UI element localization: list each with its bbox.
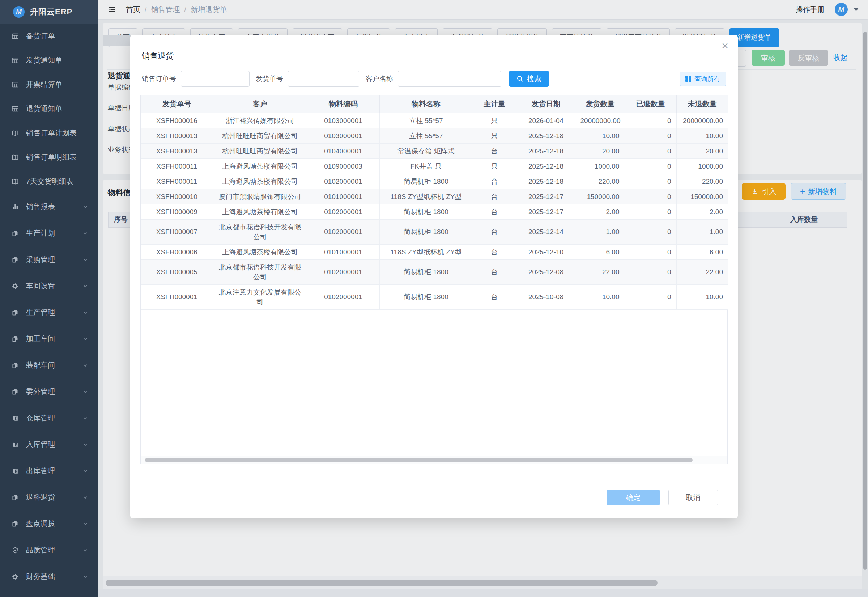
cell-0-0: XSFH000016 xyxy=(141,113,213,128)
cell-3-7: 0 xyxy=(625,159,676,174)
search-icon xyxy=(517,75,524,83)
cell-0-5: 2026-01-04 xyxy=(516,113,576,128)
cell-5-7: 0 xyxy=(625,189,676,204)
customer-name-input[interactable] xyxy=(398,71,501,87)
table-row[interactable]: XSFH000007北京都市花语科技开发有限公司0102000001简易机柜 1… xyxy=(141,219,728,244)
table-row[interactable]: XSFH000001北京注意力文化发展有限公司0102000001简易机柜 18… xyxy=(141,284,728,309)
cell-2-3: 常温保存箱 矩阵式 xyxy=(379,143,473,159)
table-row[interactable]: XSFH000013杭州旺旺旺商贸有限公司0104000001常温保存箱 矩阵式… xyxy=(141,143,728,159)
cell-1-3: 立柱 55*57 xyxy=(379,128,473,143)
cell-3-4: 只 xyxy=(473,159,516,174)
cell-6-4: 台 xyxy=(473,204,516,219)
cell-7-1: 北京都市花语科技开发有限公司 xyxy=(213,219,307,244)
table-row[interactable]: XSFH000009上海避风塘茶楼有限公司0102000001简易机柜 1800… xyxy=(141,204,728,219)
column-header-1: 客户 xyxy=(213,95,307,113)
filter-bar: 销售订单号发货单号客户名称搜索查询所有 xyxy=(142,71,726,87)
cell-8-8: 6.00 xyxy=(676,244,728,260)
cell-9-1: 北京都市花语科技开发有限公司 xyxy=(213,260,307,284)
cell-2-8: 20.00 xyxy=(676,143,728,159)
column-header-5: 发货日期 xyxy=(516,95,576,113)
table-row[interactable]: XSFH000005北京都市花语科技开发有限公司0102000001简易机柜 1… xyxy=(141,260,728,284)
table-row[interactable]: XSFH000006上海避风塘茶楼有限公司0101000001118S ZY型纸… xyxy=(141,244,728,260)
column-header-2: 物料编码 xyxy=(307,95,379,113)
cell-10-3: 简易机柜 1800 xyxy=(379,284,473,309)
cell-5-1: 厦门市黑眼睛服饰有限公司 xyxy=(213,189,307,204)
cell-7-2: 0102000001 xyxy=(307,219,379,244)
cell-5-4: 台 xyxy=(473,189,516,204)
cell-6-5: 2025-12-17 xyxy=(516,204,576,219)
cell-9-7: 0 xyxy=(625,260,676,284)
cell-9-2: 0102000001 xyxy=(307,260,379,284)
table-horizontal-scrollbar xyxy=(141,456,727,464)
cell-7-7: 0 xyxy=(625,219,676,244)
cell-5-3: 118S ZY型纸杯机 ZY型 xyxy=(379,189,473,204)
cell-9-3: 简易机柜 1800 xyxy=(379,260,473,284)
cell-3-5: 2025-12-18 xyxy=(516,159,576,174)
table-row[interactable]: XSFH000010厦门市黑眼睛服饰有限公司0101000001118S ZY型… xyxy=(141,189,728,204)
cell-4-6: 220.00 xyxy=(576,174,625,189)
cell-10-8: 10.00 xyxy=(676,284,728,309)
cell-8-2: 0101000001 xyxy=(307,244,379,260)
cell-10-0: XSFH000001 xyxy=(141,284,213,309)
cell-7-0: XSFH000007 xyxy=(141,219,213,244)
cell-0-3: 立柱 55*57 xyxy=(379,113,473,128)
cell-8-6: 6.00 xyxy=(576,244,625,260)
cell-6-7: 0 xyxy=(625,204,676,219)
cell-2-2: 0104000001 xyxy=(307,143,379,159)
cell-3-6: 1000.00 xyxy=(576,159,625,174)
sales-order-no-input[interactable] xyxy=(181,71,250,87)
cell-10-2: 0102000001 xyxy=(307,284,379,309)
cell-8-3: 118S ZY型纸杯机 ZY型 xyxy=(379,244,473,260)
cell-4-1: 上海避风塘茶楼有限公司 xyxy=(213,174,307,189)
filter-label-delivery-no: 发货单号 xyxy=(256,74,283,83)
column-header-3: 物料名称 xyxy=(379,95,473,113)
table-row[interactable]: XSFH000011上海避风塘茶楼有限公司0109000003FK井盖 只只20… xyxy=(141,159,728,174)
cell-7-5: 2025-12-14 xyxy=(516,219,576,244)
cell-6-6: 2.00 xyxy=(576,204,625,219)
filter-label-sales-order-no: 销售订单号 xyxy=(142,74,176,83)
column-header-8: 未退数量 xyxy=(676,95,728,113)
confirm-button[interactable]: 确定 xyxy=(607,490,660,505)
cell-8-7: 0 xyxy=(625,244,676,260)
cell-8-4: 台 xyxy=(473,244,516,260)
delivery-no-input[interactable] xyxy=(288,71,360,87)
cell-6-3: 简易机柜 1800 xyxy=(379,204,473,219)
cell-1-8: 10.00 xyxy=(676,128,728,143)
table-row[interactable]: XSFH000011上海避风塘茶楼有限公司0102000001简易机柜 1800… xyxy=(141,174,728,189)
table-row[interactable]: XSFH000013杭州旺旺旺商贸有限公司0103000001立柱 55*57只… xyxy=(141,128,728,143)
cell-9-4: 台 xyxy=(473,260,516,284)
cell-2-4: 台 xyxy=(473,143,516,159)
cell-6-0: XSFH000009 xyxy=(141,204,213,219)
cell-0-4: 只 xyxy=(473,113,516,128)
table-header-row: 发货单号客户物料编码物料名称主计量发货日期发货数量已退数量未退数量 xyxy=(141,95,728,113)
table-row[interactable]: XSFH000016浙江裕兴传媒有限公司0103000001立柱 55*57只2… xyxy=(141,113,728,128)
cell-8-5: 2025-12-10 xyxy=(516,244,576,260)
cell-5-2: 0101000001 xyxy=(307,189,379,204)
column-header-0: 发货单号 xyxy=(141,95,213,113)
query-all-button[interactable]: 查询所有 xyxy=(680,72,726,86)
cell-4-5: 2025-12-18 xyxy=(516,174,576,189)
cell-2-0: XSFH000013 xyxy=(141,143,213,159)
cell-9-6: 22.00 xyxy=(576,260,625,284)
cell-1-0: XSFH000013 xyxy=(141,128,213,143)
cancel-button[interactable]: 取消 xyxy=(668,490,718,505)
cell-4-8: 220.00 xyxy=(676,174,728,189)
filter-label-customer-name: 客户名称 xyxy=(366,74,393,83)
cell-8-1: 上海避风塘茶楼有限公司 xyxy=(213,244,307,260)
cell-7-4: 台 xyxy=(473,219,516,244)
cell-1-1: 杭州旺旺旺商贸有限公司 xyxy=(213,128,307,143)
cell-1-4: 只 xyxy=(473,128,516,143)
cell-5-6: 150000.00 xyxy=(576,189,625,204)
cell-1-7: 0 xyxy=(625,128,676,143)
table-horizontal-scrollbar-thumb[interactable] xyxy=(145,458,693,462)
cell-9-5: 2025-12-08 xyxy=(516,260,576,284)
cell-2-6: 20.00 xyxy=(576,143,625,159)
cell-0-1: 浙江裕兴传媒有限公司 xyxy=(213,113,307,128)
cell-1-5: 2025-12-18 xyxy=(516,128,576,143)
cell-8-0: XSFH000006 xyxy=(141,244,213,260)
cell-4-3: 简易机柜 1800 xyxy=(379,174,473,189)
close-icon[interactable]: × xyxy=(721,40,729,51)
cell-7-3: 简易机柜 1800 xyxy=(379,219,473,244)
cell-6-1: 上海避风塘茶楼有限公司 xyxy=(213,204,307,219)
search-button[interactable]: 搜索 xyxy=(508,71,550,87)
